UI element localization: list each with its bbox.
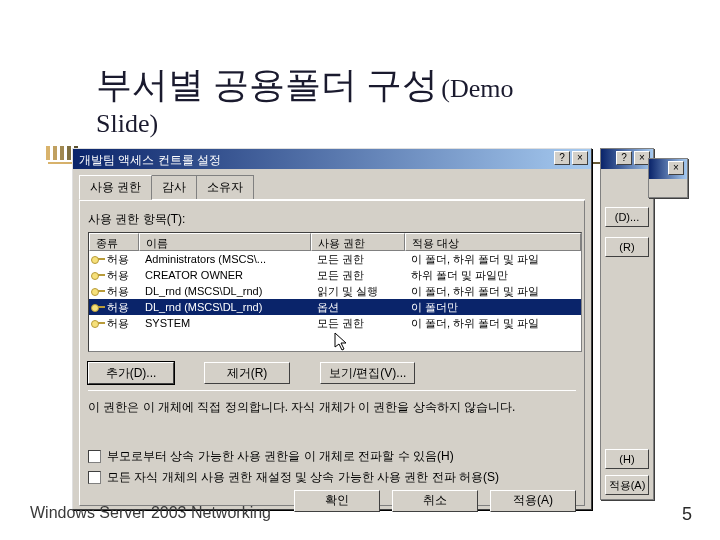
back-window-2: × bbox=[648, 158, 688, 198]
col-perm[interactable]: 사용 권한 bbox=[311, 233, 405, 251]
table-row[interactable]: 허용DL_rnd (MSCS\DL_rnd)읽기 및 실행이 폴더, 하위 폴더… bbox=[89, 283, 581, 299]
col-type[interactable]: 종류 bbox=[89, 233, 139, 251]
ok-button[interactable]: 확인 bbox=[294, 490, 380, 512]
view-edit-button[interactable]: 보기/편집(V)... bbox=[320, 362, 415, 384]
key-icon bbox=[91, 302, 105, 312]
row-target: 하위 폴더 및 파일만 bbox=[405, 268, 581, 283]
row-name: CREATOR OWNER bbox=[139, 269, 311, 281]
tab-owner[interactable]: 소유자 bbox=[196, 175, 254, 199]
slide-title: 부서별 공용폴더 구성 (Demo Slide) bbox=[96, 62, 656, 139]
row-perm: 모든 권한 bbox=[311, 316, 405, 331]
back-btn-d[interactable]: (D)... bbox=[605, 207, 649, 227]
dialog-title: 개발팀 액세스 컨트롤 설정 bbox=[79, 153, 221, 167]
apply-button[interactable]: 적용(A) bbox=[490, 490, 576, 512]
title-suffix: (Demo bbox=[441, 74, 513, 103]
row-type: 허용 bbox=[107, 252, 129, 267]
checkbox-reset-label: 모든 자식 개체의 사용 권한 재설정 및 상속 가능한 사용 권한 전파 허용… bbox=[107, 469, 499, 486]
row-type: 허용 bbox=[107, 284, 129, 299]
tab-audit[interactable]: 감사 bbox=[151, 175, 197, 199]
key-icon bbox=[91, 286, 105, 296]
col-target[interactable]: 적용 대상 bbox=[405, 233, 581, 251]
checkbox-reset[interactable] bbox=[88, 471, 101, 484]
tab-panel: 사용 권한 항목(T): 종류 이름 사용 권한 적용 대상 허용Adminis… bbox=[79, 200, 585, 506]
row-perm: 읽기 및 실행 bbox=[311, 284, 405, 299]
add-button[interactable]: 추가(D)... bbox=[88, 362, 174, 384]
close-icon[interactable]: × bbox=[668, 161, 684, 175]
help-icon[interactable]: ? bbox=[616, 151, 632, 165]
row-target: 이 폴더, 하위 폴더 및 파일 bbox=[405, 316, 581, 331]
help-icon[interactable]: ? bbox=[554, 151, 570, 165]
table-row[interactable]: 허용Administrators (MSCS\...모든 권한이 폴더, 하위 … bbox=[89, 251, 581, 267]
divider bbox=[88, 390, 576, 391]
back-btn-h[interactable]: (H) bbox=[605, 449, 649, 469]
permission-list[interactable]: 종류 이름 사용 권한 적용 대상 허용Administrators (MSCS… bbox=[88, 232, 582, 352]
row-name: DL_rnd (MSCS\DL_rnd) bbox=[139, 301, 311, 313]
back-btn-r[interactable]: (R) bbox=[605, 237, 649, 257]
footer-text: Windows Server 2003 Networking bbox=[30, 504, 271, 522]
table-row[interactable]: 허용CREATOR OWNER모든 권한하위 폴더 및 파일만 bbox=[89, 267, 581, 283]
tab-strip: 사용 권한 감사 소유자 bbox=[79, 175, 585, 200]
key-icon bbox=[91, 254, 105, 264]
row-type: 허용 bbox=[107, 268, 129, 283]
row-perm: 옵션 bbox=[311, 300, 405, 315]
row-name: Administrators (MSCS\... bbox=[139, 253, 311, 265]
title-main: 부서별 공용폴더 구성 bbox=[96, 65, 438, 105]
row-perm: 모든 권한 bbox=[311, 252, 405, 267]
permission-note: 이 권한은 이 개체에 직접 정의합니다. 자식 개체가 이 권한을 상속하지 … bbox=[88, 399, 576, 416]
checkbox-reset-row[interactable]: 모든 자식 개체의 사용 권한 재설정 및 상속 가능한 사용 권한 전파 허용… bbox=[88, 469, 576, 486]
back-window-1: ?× (D)... (R) (H) 적용(A) bbox=[600, 148, 654, 500]
row-target: 이 폴더, 하위 폴더 및 파일 bbox=[405, 252, 581, 267]
row-name: SYSTEM bbox=[139, 317, 311, 329]
key-icon bbox=[91, 318, 105, 328]
tab-permissions[interactable]: 사용 권한 bbox=[79, 175, 152, 200]
title-line2: Slide) bbox=[96, 109, 656, 139]
row-type: 허용 bbox=[107, 300, 129, 315]
acl-dialog: 개발팀 액세스 컨트롤 설정 ? × 사용 권한 감사 소유자 사용 권한 항목… bbox=[72, 148, 592, 510]
checkbox-inherit[interactable] bbox=[88, 450, 101, 463]
page-number: 5 bbox=[682, 504, 692, 525]
list-label: 사용 권한 항목(T): bbox=[88, 211, 576, 228]
checkbox-inherit-label: 부모로부터 상속 가능한 사용 권한을 이 개체로 전파할 수 있음(H) bbox=[107, 448, 454, 465]
col-name[interactable]: 이름 bbox=[139, 233, 311, 251]
dialog-titlebar[interactable]: 개발팀 액세스 컨트롤 설정 ? × bbox=[73, 149, 591, 169]
table-row[interactable]: 허용SYSTEM모든 권한이 폴더, 하위 폴더 및 파일 bbox=[89, 315, 581, 331]
cancel-button[interactable]: 취소 bbox=[392, 490, 478, 512]
row-perm: 모든 권한 bbox=[311, 268, 405, 283]
back-btn-a[interactable]: 적용(A) bbox=[605, 475, 649, 495]
list-header: 종류 이름 사용 권한 적용 대상 bbox=[89, 233, 581, 251]
checkbox-inherit-row[interactable]: 부모로부터 상속 가능한 사용 권한을 이 개체로 전파할 수 있음(H) bbox=[88, 448, 576, 465]
close-icon[interactable]: × bbox=[572, 151, 588, 165]
row-target: 이 폴더, 하위 폴더 및 파일 bbox=[405, 284, 581, 299]
row-type: 허용 bbox=[107, 316, 129, 331]
row-name: DL_rnd (MSCS\DL_rnd) bbox=[139, 285, 311, 297]
key-icon bbox=[91, 270, 105, 280]
remove-button[interactable]: 제거(R) bbox=[204, 362, 290, 384]
row-target: 이 폴더만 bbox=[405, 300, 581, 315]
table-row[interactable]: 허용DL_rnd (MSCS\DL_rnd)옵션이 폴더만 bbox=[89, 299, 581, 315]
